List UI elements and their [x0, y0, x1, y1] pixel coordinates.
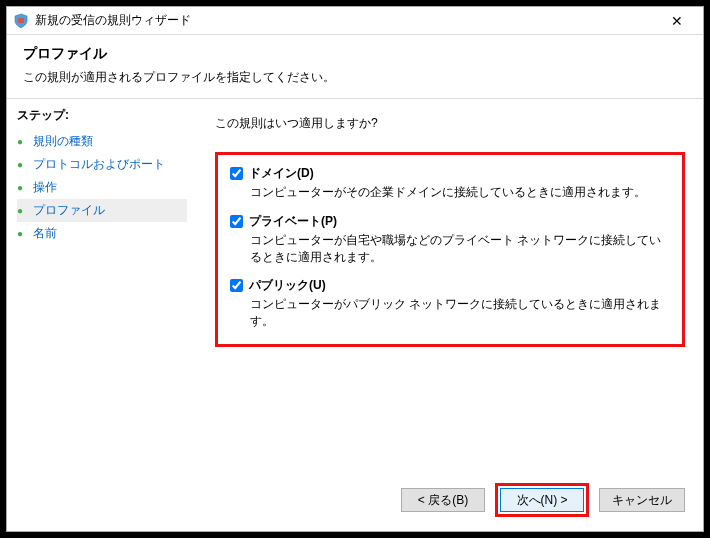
sidebar-item-rule-type[interactable]: ● 規則の種類	[17, 130, 187, 153]
sidebar-item-action[interactable]: ● 操作	[17, 176, 187, 199]
option-label: パブリック(U)	[249, 277, 326, 294]
sidebar-item-label: プロファイル	[33, 202, 105, 219]
back-button[interactable]: < 戻る(B)	[401, 488, 485, 512]
option-public: パブリック(U) コンピューターがパブリック ネットワークに接続しているときに適…	[230, 277, 670, 330]
header: プロファイル この規則が適用されるプロファイルを指定してください。	[7, 35, 703, 99]
option-desc: コンピューターがその企業ドメインに接続しているときに適用されます。	[250, 184, 670, 201]
sidebar-item-label: 操作	[33, 179, 57, 196]
sidebar-item-label: 規則の種類	[33, 133, 93, 150]
main-panel: この規則はいつ適用しますか? ドメイン(D) コンピューターがその企業ドメインに…	[197, 99, 703, 531]
option-label: プライベート(P)	[249, 213, 337, 230]
option-desc: コンピューターがパブリック ネットワークに接続しているときに適用されます。	[250, 296, 670, 330]
titlebar: 新規の受信の規則ウィザード ✕	[7, 7, 703, 35]
window-title: 新規の受信の規則ウィザード	[35, 12, 657, 29]
bullet-icon: ●	[17, 136, 29, 147]
sidebar-item-protocol-port[interactable]: ● プロトコルおよびポート	[17, 153, 187, 176]
option-private: プライベート(P) コンピューターが自宅や職場などのプライベート ネットワークに…	[230, 213, 670, 266]
options-group: ドメイン(D) コンピューターがその企業ドメインに接続しているときに適用されます…	[215, 152, 685, 347]
next-button-highlight: 次へ(N) >	[495, 483, 589, 517]
checkbox-domain[interactable]	[230, 167, 243, 180]
checkbox-private[interactable]	[230, 215, 243, 228]
sidebar-item-profile[interactable]: ● プロファイル	[17, 199, 187, 222]
page-subtitle: この規則が適用されるプロファイルを指定してください。	[23, 69, 687, 86]
svg-rect-0	[18, 18, 24, 23]
question-text: この規則はいつ適用しますか?	[215, 115, 685, 132]
wizard-window: 新規の受信の規則ウィザード ✕ プロファイル この規則が適用されるプロファイルを…	[6, 6, 704, 532]
sidebar: ステップ: ● 規則の種類 ● プロトコルおよびポート ● 操作 ● プロファイ…	[7, 99, 197, 531]
sidebar-item-label: 名前	[33, 225, 57, 242]
bullet-icon: ●	[17, 228, 29, 239]
cancel-button[interactable]: キャンセル	[599, 488, 685, 512]
bullet-icon: ●	[17, 205, 29, 216]
next-button[interactable]: 次へ(N) >	[500, 488, 584, 512]
button-row: < 戻る(B) 次へ(N) > キャンセル	[215, 479, 685, 523]
sidebar-item-name[interactable]: ● 名前	[17, 222, 187, 245]
option-domain: ドメイン(D) コンピューターがその企業ドメインに接続しているときに適用されます…	[230, 165, 670, 201]
option-label: ドメイン(D)	[249, 165, 314, 182]
bullet-icon: ●	[17, 159, 29, 170]
bullet-icon: ●	[17, 182, 29, 193]
sidebar-title: ステップ:	[17, 107, 187, 124]
checkbox-public[interactable]	[230, 279, 243, 292]
sidebar-item-label: プロトコルおよびポート	[33, 156, 165, 173]
option-desc: コンピューターが自宅や職場などのプライベート ネットワークに接続しているときに適…	[250, 232, 670, 266]
close-icon[interactable]: ✕	[657, 7, 697, 34]
page-title: プロファイル	[23, 45, 687, 63]
firewall-icon	[13, 13, 29, 29]
